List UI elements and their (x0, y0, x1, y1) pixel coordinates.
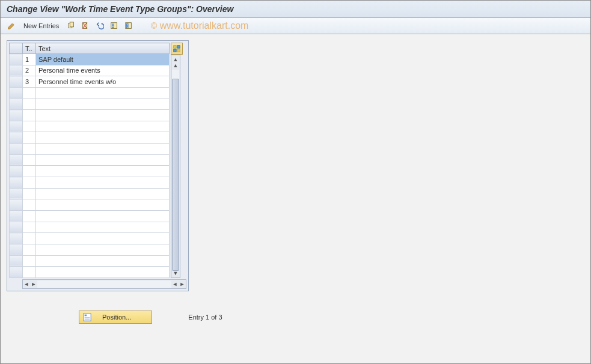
cell-t[interactable] (23, 144, 36, 155)
cell-t[interactable]: 2 (23, 65, 36, 76)
table-row-empty[interactable] (10, 244, 170, 255)
cell-t[interactable] (23, 210, 36, 222)
corner-cell[interactable] (10, 43, 23, 54)
scroll-left-icon[interactable]: ◄ (23, 281, 30, 287)
cell-text[interactable] (36, 99, 170, 110)
delete-icon[interactable] (79, 20, 91, 31)
row-selector[interactable] (10, 87, 23, 99)
table-row-empty[interactable] (10, 110, 170, 121)
scroll-left2-icon[interactable]: ► (30, 281, 37, 287)
table-row-empty[interactable] (10, 132, 170, 144)
cell-t[interactable] (23, 87, 36, 99)
cell-text[interactable] (36, 110, 170, 121)
cell-t[interactable]: 1 (23, 54, 36, 65)
vscroll-thumb[interactable] (172, 79, 179, 271)
row-selector[interactable] (10, 188, 23, 199)
row-selector[interactable] (10, 199, 23, 211)
cell-text[interactable] (36, 177, 170, 189)
table-row-empty[interactable] (10, 121, 170, 132)
row-selector[interactable] (10, 132, 23, 144)
table-row-empty[interactable] (10, 188, 170, 199)
cell-t[interactable] (23, 199, 36, 211)
table-row[interactable]: 3Personnel time events w/o (10, 76, 170, 88)
row-selector[interactable] (10, 65, 23, 76)
table-row-empty[interactable] (10, 233, 170, 244)
cell-text[interactable]: SAP default (36, 54, 170, 65)
cell-text[interactable]: Personnel time events w/o (36, 76, 170, 88)
row-selector[interactable] (10, 54, 23, 65)
table-row-empty[interactable] (10, 99, 170, 110)
row-selector[interactable] (10, 144, 23, 155)
table-settings-icon[interactable] (171, 43, 183, 55)
cell-t[interactable] (23, 222, 36, 233)
row-selector[interactable] (10, 166, 23, 177)
cell-text[interactable] (36, 132, 170, 144)
table-row-empty[interactable] (10, 267, 170, 278)
column-header-t[interactable]: T.. (23, 43, 36, 54)
row-selector[interactable] (10, 255, 23, 267)
cell-text[interactable] (36, 210, 170, 222)
table-row-empty[interactable] (10, 210, 170, 222)
cell-t[interactable] (23, 233, 36, 244)
row-selector[interactable] (10, 99, 23, 110)
column-header-text[interactable]: Text (36, 43, 170, 54)
cell-text[interactable]: Personal time events (36, 65, 170, 76)
row-selector[interactable] (10, 244, 23, 255)
table-row-empty[interactable] (10, 154, 170, 166)
table-row[interactable]: 2Personal time events (10, 65, 170, 76)
select-all-icon[interactable] (108, 20, 120, 31)
cell-text[interactable] (36, 255, 170, 267)
cell-text[interactable] (36, 222, 170, 233)
row-selector[interactable] (10, 121, 23, 132)
row-selector[interactable] (10, 154, 23, 166)
hscroll-track[interactable] (37, 281, 171, 288)
deselect-all-icon[interactable] (123, 20, 135, 31)
cell-text[interactable] (36, 244, 170, 255)
row-selector[interactable] (10, 110, 23, 121)
cell-t[interactable] (23, 132, 36, 144)
cell-t[interactable] (23, 244, 36, 255)
cell-t[interactable] (23, 166, 36, 177)
cell-text[interactable] (36, 166, 170, 177)
vertical-scrollbar[interactable]: ▲ ▲ ▼ ▼ (171, 55, 180, 278)
row-selector[interactable] (10, 76, 23, 88)
scroll-up-icon[interactable]: ▲ (173, 56, 179, 62)
table-row-empty[interactable] (10, 199, 170, 211)
cell-t[interactable] (23, 177, 36, 189)
cell-text[interactable] (36, 144, 170, 155)
cell-t[interactable] (23, 121, 36, 132)
cell-text[interactable] (36, 233, 170, 244)
cell-text[interactable] (36, 188, 170, 199)
row-selector[interactable] (10, 233, 23, 244)
table-row-empty[interactable] (10, 177, 170, 189)
scroll-right-icon[interactable]: ► (179, 281, 186, 287)
table-row-empty[interactable] (10, 166, 170, 177)
cell-t[interactable]: 3 (23, 76, 36, 88)
new-entries-button[interactable]: New Entries (20, 22, 63, 29)
cell-t[interactable] (23, 267, 36, 278)
cell-t[interactable] (23, 255, 36, 267)
scroll-down-icon[interactable]: ▼ (173, 270, 179, 276)
copy-icon[interactable] (65, 20, 77, 31)
cell-t[interactable] (23, 188, 36, 199)
row-selector[interactable] (10, 177, 23, 189)
position-button[interactable]: Position... (79, 311, 152, 324)
undo-icon[interactable] (94, 20, 106, 31)
cell-t[interactable] (23, 99, 36, 110)
scroll-up2-icon[interactable]: ▲ (173, 62, 179, 68)
table-row-empty[interactable] (10, 144, 170, 155)
scroll-right2-icon[interactable]: ◄ (171, 281, 179, 287)
table-row-empty[interactable] (10, 255, 170, 267)
cell-text[interactable] (36, 121, 170, 132)
vscroll-track[interactable] (172, 70, 179, 263)
table-row-empty[interactable] (10, 222, 170, 233)
cell-text[interactable] (36, 199, 170, 211)
row-selector[interactable] (10, 222, 23, 233)
cell-text[interactable] (36, 87, 170, 99)
cell-t[interactable] (23, 154, 36, 166)
cell-text[interactable] (36, 267, 170, 278)
pencil-icon[interactable] (5, 20, 17, 31)
table-row-empty[interactable] (10, 87, 170, 99)
cell-t[interactable] (23, 110, 36, 121)
cell-text[interactable] (36, 154, 170, 166)
